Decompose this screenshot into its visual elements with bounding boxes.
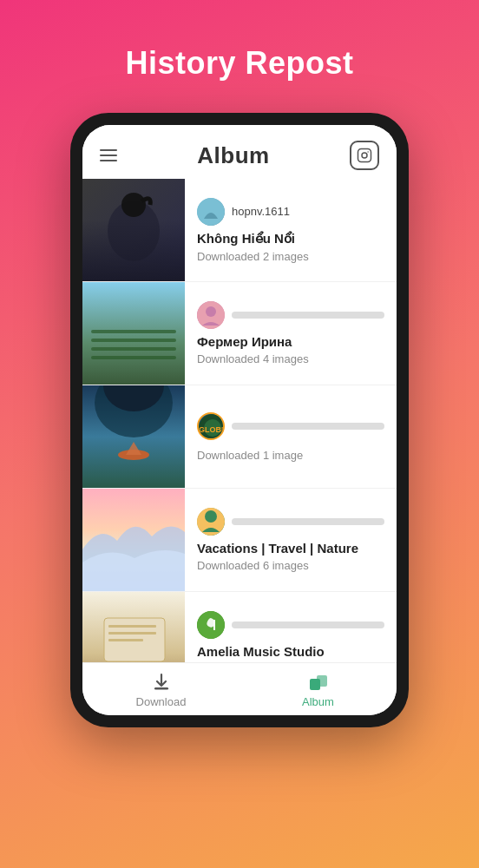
- page-title: Album: [197, 142, 269, 169]
- download-info: Downloaded 1 image: [197, 449, 384, 462]
- album-thumbnail: [82, 489, 185, 591]
- list-item[interactable]: GLOBE Downloaded 1 image: [82, 385, 397, 489]
- user-row: GLOBE: [197, 412, 384, 440]
- user-row: [197, 301, 384, 329]
- album-info: Amelia Music Studio Downloaded 4 images: [185, 602, 397, 662]
- download-info: Downloaded 6 images: [197, 559, 384, 572]
- album-thumbnail: [82, 592, 185, 662]
- album-thumbnail: [82, 385, 185, 488]
- hero-section: History Repost: [125, 0, 353, 113]
- hero-title: History Repost: [125, 45, 353, 82]
- nav-album-label: Album: [302, 695, 334, 708]
- album-name: Фермер Ирина: [197, 334, 384, 349]
- download-info: Downloaded 2 images: [197, 250, 384, 263]
- svg-rect-8: [91, 330, 176, 333]
- nav-item-album[interactable]: Album: [240, 663, 397, 715]
- album-info: GLOBE Downloaded 1 image: [185, 404, 397, 470]
- avatar: [197, 301, 225, 329]
- album-name: Amelia Music Studio: [197, 644, 384, 659]
- list-item[interactable]: Vacations | Travel | Nature Downloaded 6…: [82, 489, 397, 592]
- avatar: GLOBE: [197, 412, 225, 440]
- svg-point-6: [197, 198, 225, 226]
- nav-item-download[interactable]: Download: [82, 663, 240, 715]
- svg-rect-0: [358, 149, 371, 162]
- bottom-nav: Download Album: [82, 662, 397, 715]
- album-name: Không Hiểu Nổi: [197, 231, 384, 247]
- instagram-icon[interactable]: [350, 141, 379, 170]
- download-icon: [151, 672, 172, 693]
- avatar: [197, 198, 225, 226]
- username-bar: [232, 621, 384, 628]
- user-row: [197, 508, 384, 536]
- album-name: Vacations | Travel | Nature: [197, 541, 384, 556]
- album-thumbnail: [82, 179, 185, 281]
- list-item[interactable]: hopnv.1611 Không Hiểu Nổi Downloaded 2 i…: [82, 179, 397, 282]
- menu-icon[interactable]: [100, 149, 117, 161]
- svg-point-13: [206, 306, 216, 317]
- album-info: Vacations | Travel | Nature Downloaded 6…: [185, 499, 397, 581]
- phone-screen: Album: [82, 125, 397, 715]
- username-label: hopnv.1611: [232, 205, 290, 218]
- album-icon: [308, 672, 329, 693]
- svg-rect-27: [108, 632, 156, 635]
- username-bar: [232, 518, 384, 525]
- svg-rect-34: [311, 680, 319, 689]
- album-list: hopnv.1611 Không Hiểu Nổi Downloaded 2 i…: [82, 179, 397, 662]
- svg-rect-31: [154, 687, 168, 690]
- album-info: Фермер Ирина Downloaded 4 images: [185, 293, 397, 374]
- svg-text:GLOBE: GLOBE: [199, 425, 225, 434]
- album-info: hopnv.1611 Không Hiểu Nổi Downloaded 2 i…: [185, 189, 397, 272]
- nav-download-label: Download: [136, 695, 187, 708]
- avatar: [197, 508, 225, 536]
- svg-rect-10: [91, 347, 176, 351]
- svg-rect-9: [91, 339, 176, 342]
- app-header: Album: [82, 125, 397, 179]
- svg-point-1: [362, 153, 367, 158]
- album-thumbnail: [82, 282, 185, 385]
- list-item[interactable]: Фермер Ирина Downloaded 4 images: [82, 282, 397, 385]
- username-bar: [232, 423, 384, 430]
- user-row: [197, 611, 384, 639]
- svg-point-5: [121, 193, 146, 217]
- svg-point-2: [367, 151, 369, 153]
- svg-rect-26: [108, 625, 156, 628]
- phone-frame: Album: [70, 113, 409, 727]
- avatar: [197, 611, 225, 639]
- download-info: Downloaded 4 images: [197, 352, 384, 365]
- svg-point-23: [205, 510, 217, 523]
- svg-rect-11: [91, 356, 176, 359]
- svg-rect-28: [108, 639, 143, 641]
- user-row: hopnv.1611: [197, 198, 384, 226]
- username-bar: [232, 312, 384, 319]
- list-item[interactable]: Amelia Music Studio Downloaded 4 images: [82, 592, 397, 662]
